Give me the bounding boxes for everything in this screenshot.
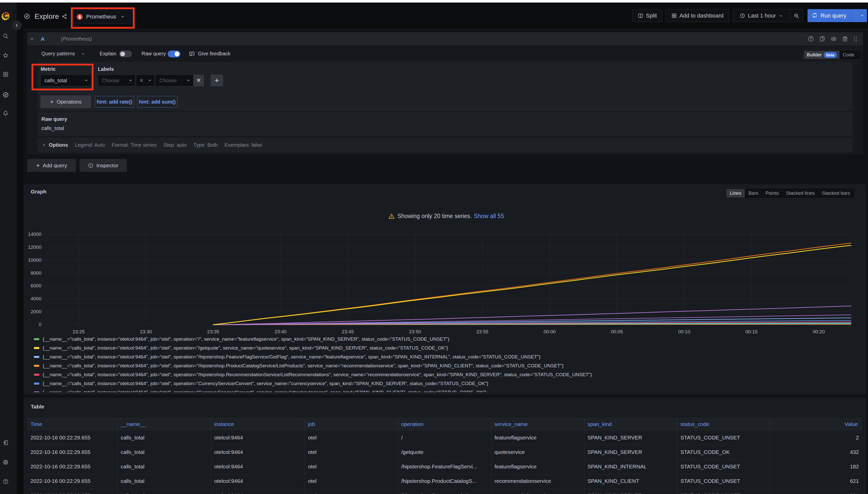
svg-text:23:30: 23:30 bbox=[140, 329, 152, 334]
svg-text:8000: 8000 bbox=[31, 270, 41, 276]
svg-text:23:50: 23:50 bbox=[409, 329, 421, 334]
svg-text:00:15: 00:15 bbox=[745, 329, 758, 334]
svg-text:00:00: 00:00 bbox=[543, 329, 556, 334]
svg-text:23:35: 23:35 bbox=[207, 329, 219, 334]
svg-text:14000: 14000 bbox=[28, 231, 41, 237]
svg-text:23:55: 23:55 bbox=[476, 329, 489, 334]
svg-text:2000: 2000 bbox=[31, 309, 41, 314]
svg-text:23:40: 23:40 bbox=[274, 329, 287, 334]
svg-text:10000: 10000 bbox=[28, 258, 41, 263]
svg-text:12000: 12000 bbox=[28, 245, 41, 250]
svg-text:00:10: 00:10 bbox=[678, 329, 690, 334]
svg-text:4000: 4000 bbox=[31, 296, 41, 301]
svg-text:23:45: 23:45 bbox=[342, 329, 354, 334]
svg-text:23:25: 23:25 bbox=[73, 329, 85, 334]
svg-text:6000: 6000 bbox=[31, 283, 41, 288]
svg-text:00:05: 00:05 bbox=[611, 329, 623, 334]
svg-text:00:20: 00:20 bbox=[813, 329, 825, 334]
svg-text:0: 0 bbox=[39, 322, 41, 327]
